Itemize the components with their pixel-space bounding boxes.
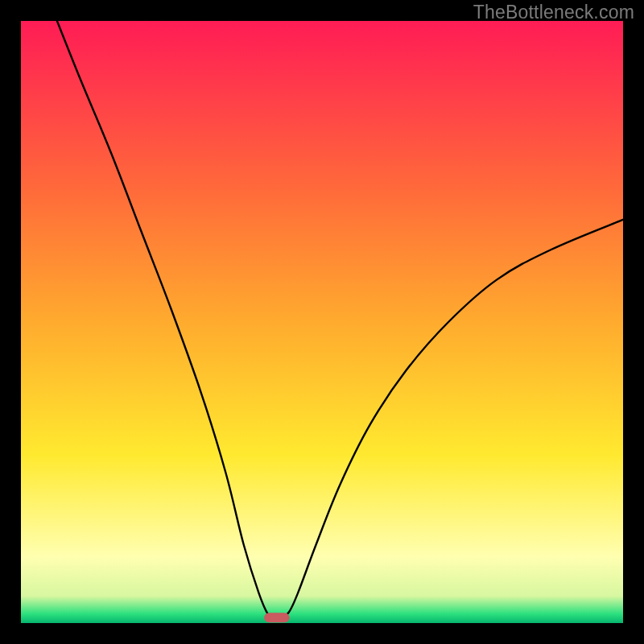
plot-background	[21, 21, 623, 623]
bottleneck-chart	[0, 0, 644, 644]
optimal-marker	[264, 613, 289, 622]
chart-stage: TheBottleneck.com	[0, 0, 644, 644]
